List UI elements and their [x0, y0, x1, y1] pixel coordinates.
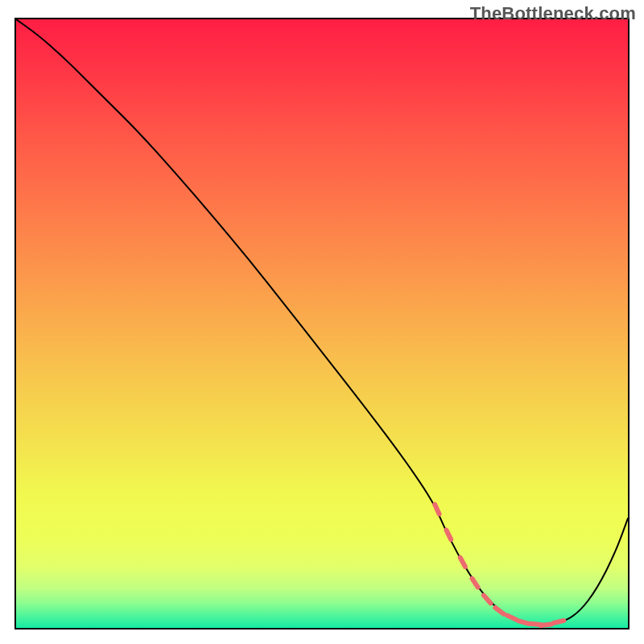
chart-container: TheBottleneck.com: [0, 0, 644, 644]
chart-plot-area: [14, 18, 630, 630]
background-gradient: [16, 19, 628, 628]
marker-tick: [519, 621, 529, 623]
chart-svg: [16, 19, 628, 628]
marker-tick: [541, 625, 551, 625]
watermark-text: TheBottleneck.com: [470, 3, 636, 24]
marker-tick: [554, 621, 564, 623]
